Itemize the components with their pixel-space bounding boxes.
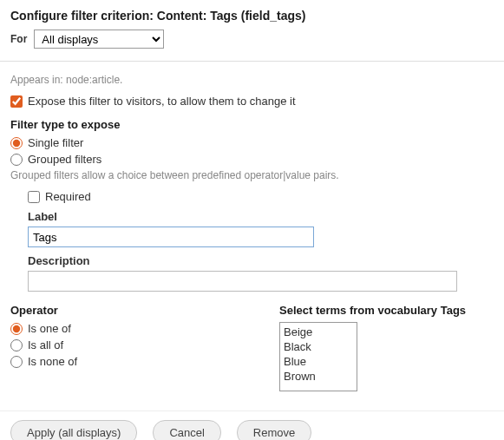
term-option[interactable]: Blue [282,354,355,369]
appears-in-text: Appears in: node:article. [10,74,494,86]
expose-label[interactable]: Expose this filter to visitors, to allow… [28,95,296,108]
operator-is-none-of-label[interactable]: Is none of [28,355,77,368]
label-heading: Label [28,210,494,223]
operator-heading: Operator [10,304,253,317]
term-option[interactable]: Brown [282,369,355,384]
for-label: For [10,33,27,45]
single-filter-radio[interactable] [10,137,23,149]
expose-checkbox[interactable] [10,95,23,108]
remove-button[interactable]: Remove [237,420,311,440]
filter-type-heading: Filter type to expose [10,118,494,131]
required-label[interactable]: Required [45,190,91,203]
grouped-filters-label[interactable]: Grouped filters [28,153,101,166]
terms-listbox[interactable]: Beige Black Blue Brown [279,322,357,391]
description-heading: Description [28,254,494,267]
filter-type-hint: Grouped filters allow a choice between p… [10,169,494,181]
term-option[interactable]: Beige [282,325,355,339]
required-checkbox[interactable] [28,191,40,203]
divider [0,410,504,411]
operator-is-all-of-radio[interactable] [10,339,23,351]
operator-is-one-of-label[interactable]: Is one of [28,322,71,335]
operator-is-none-of-radio[interactable] [10,356,23,368]
apply-button[interactable]: Apply (all displays) [10,420,137,440]
for-select[interactable]: All displays [34,30,164,49]
term-option[interactable]: Black [282,339,355,354]
description-input[interactable] [28,271,457,292]
cancel-button[interactable]: Cancel [153,420,220,440]
operator-is-one-of-radio[interactable] [10,323,23,335]
operator-is-all-of-label[interactable]: Is all of [28,338,63,351]
label-input[interactable] [28,227,314,247]
dialog-title: Configure filter criterion: Content: Tag… [10,9,494,23]
terms-heading: Select terms from vocabulary Tags [279,304,466,317]
grouped-filters-radio[interactable] [10,154,23,166]
single-filter-label[interactable]: Single filter [28,136,83,149]
